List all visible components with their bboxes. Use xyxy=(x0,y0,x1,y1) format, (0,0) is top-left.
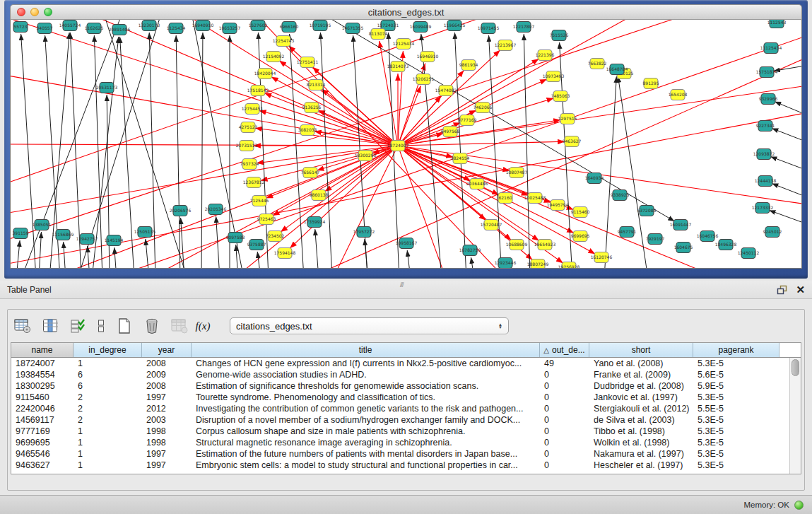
graph-edge[interactable] xyxy=(39,232,41,268)
graph-edge[interactable] xyxy=(320,33,332,268)
table-cell[interactable]: 0 xyxy=(540,437,589,448)
table-cell[interactable]: 9115460 xyxy=(11,392,73,403)
network-graph-svg[interactable]: 5572334055714055724116262520891406132301… xyxy=(11,20,801,268)
table-cell[interactable]: Hescheler et al. (1997) xyxy=(589,460,693,471)
graph-edge[interactable] xyxy=(261,146,398,181)
table-cell[interactable]: 2003 xyxy=(142,414,192,426)
table-cell[interactable]: 5.5E-5 xyxy=(693,403,779,414)
graph-edge[interactable] xyxy=(398,59,539,146)
graph-edge[interactable] xyxy=(290,34,304,268)
table-cell[interactable]: 1 xyxy=(73,426,142,437)
table-cell[interactable]: 1998 xyxy=(142,426,192,437)
graph-edge[interactable] xyxy=(775,102,801,116)
table-cell[interactable]: 22420046 xyxy=(11,403,73,414)
table-cell[interactable]: 5.6E-5 xyxy=(693,369,779,380)
graph-edge[interactable] xyxy=(398,20,644,146)
graph-edge[interactable] xyxy=(407,250,411,268)
column-header-name[interactable]: name xyxy=(11,343,73,357)
table-row[interactable]: 946554611997Estimation of the future num… xyxy=(11,448,789,460)
column-header-title[interactable]: title xyxy=(192,343,540,357)
graph-edge[interactable] xyxy=(281,146,398,232)
table-cell[interactable]: Structural magnetic resonance image aver… xyxy=(192,437,540,448)
table-cell[interactable]: 6 xyxy=(73,380,142,392)
graph-edge[interactable] xyxy=(398,79,547,146)
table-cell[interactable]: 49 xyxy=(540,358,589,369)
table-cell[interactable]: 1 xyxy=(73,358,142,369)
graph-edge[interactable] xyxy=(489,35,502,268)
table-cell[interactable]: Changes of HCN gene expression and I(f) … xyxy=(192,358,540,369)
table-row[interactable]: 2242004622012Investigating the contribut… xyxy=(11,403,789,414)
table-cell[interactable]: Dudbridge et al. (2008) xyxy=(589,380,693,392)
table-cell[interactable]: Nakamura et al. (1997) xyxy=(589,448,693,460)
table-cell[interactable]: 0 xyxy=(540,460,589,471)
row-tools-button[interactable] xyxy=(96,317,106,335)
table-cell[interactable]: Estimation of the future numbers of pati… xyxy=(192,448,540,460)
graph-edge[interactable] xyxy=(94,35,102,268)
table-cell[interactable]: 9463627 xyxy=(11,460,73,471)
table-row[interactable]: 911546021997Tourette syndrome. Phenomeno… xyxy=(11,392,789,403)
table-cell[interactable]: 2 xyxy=(73,403,142,414)
table-row[interactable]: 977716911998Corpus callosum shape and si… xyxy=(11,426,789,437)
table-cell[interactable]: Embryonic stem cells: a model to study s… xyxy=(192,460,540,471)
graph-edge[interactable] xyxy=(770,157,801,171)
table-cell[interactable]: 6 xyxy=(73,369,142,380)
graph-edge[interactable] xyxy=(88,246,90,268)
create-table-button[interactable] xyxy=(115,317,134,335)
table-cell[interactable]: 2 xyxy=(73,392,142,403)
graph-edge[interactable] xyxy=(772,129,801,143)
table-cell[interactable]: 0 xyxy=(540,414,589,426)
table-row[interactable]: 946362711997Embryonic stem cells: a mode… xyxy=(11,460,789,471)
network-window-titlebar[interactable]: citations_edges.txt xyxy=(10,4,802,20)
table-cell[interactable]: 5.3E-5 xyxy=(693,392,779,403)
graph-edge[interactable] xyxy=(398,146,574,210)
table-cell[interactable]: 0 xyxy=(540,392,589,403)
table-cell[interactable]: 2012 xyxy=(142,403,192,414)
table-cell[interactable]: 14569117 xyxy=(11,414,73,426)
table-row[interactable]: 969969511998Structural magnetic resonanc… xyxy=(11,437,789,448)
graph-edge[interactable] xyxy=(64,242,66,268)
table-cell[interactable]: Stergiakouli et al. (2012) xyxy=(589,403,693,414)
column-header-out_de[interactable]: △out_de... xyxy=(540,343,589,357)
graph-edge[interactable] xyxy=(618,76,648,268)
graph-edge[interactable] xyxy=(772,184,801,198)
graph-edge[interactable] xyxy=(398,146,595,254)
table-cell[interactable]: 1997 xyxy=(142,392,192,403)
column-header-short[interactable]: short xyxy=(589,343,693,357)
table-cell[interactable]: 5.3E-5 xyxy=(693,437,779,448)
table-cell[interactable]: 5.3E-5 xyxy=(693,448,779,460)
graph-edge[interactable] xyxy=(16,240,20,268)
graph-edge[interactable] xyxy=(471,257,474,268)
table-cell[interactable]: Jankovic et al. (1997) xyxy=(589,392,693,403)
table-cell[interactable]: Corpus callosum shape and size in male p… xyxy=(192,426,540,437)
table-cell[interactable]: Wolkin et al. (1998) xyxy=(589,437,693,448)
table-cell[interactable]: 18300295 xyxy=(11,380,73,392)
delete-table-button[interactable] xyxy=(143,317,161,335)
graph-edge[interactable] xyxy=(11,20,703,243)
table-cell[interactable]: 5.3E-5 xyxy=(693,460,779,471)
table-cell[interactable]: 1998 xyxy=(142,437,192,448)
table-cell[interactable]: 5.3E-5 xyxy=(693,358,779,369)
table-cell[interactable]: 1 xyxy=(73,448,142,460)
table-cell[interactable]: Disruption of a novel member of a sodium… xyxy=(192,414,540,426)
table-cell[interactable]: 1997 xyxy=(142,448,192,460)
splitter-grip-icon[interactable]: /// xyxy=(400,281,404,288)
table-cell[interactable]: Tibbo et al. (1998) xyxy=(589,426,693,437)
column-header-in_degree[interactable]: in_degree xyxy=(73,343,142,357)
table-cell[interactable]: 0 xyxy=(540,403,589,414)
graph-edge[interactable] xyxy=(176,35,180,268)
table-settings-button[interactable] xyxy=(13,317,32,335)
table-cell[interactable]: 9465546 xyxy=(11,448,73,460)
graph-edge[interactable] xyxy=(604,76,616,268)
table-cell[interactable]: 0 xyxy=(540,369,589,380)
graph-edge[interactable] xyxy=(21,20,124,268)
table-scrollbar[interactable] xyxy=(789,358,801,474)
table-row[interactable]: 1456911722003Disruption of a novel membe… xyxy=(11,414,789,426)
column-header-pagerank[interactable]: pagerank xyxy=(693,343,779,357)
table-cell[interactable]: 0 xyxy=(540,448,589,460)
show-column-button[interactable] xyxy=(41,317,59,335)
graph-edge[interactable] xyxy=(146,239,149,268)
column-header-year[interactable]: year xyxy=(142,343,192,357)
table-cell[interactable]: 2008 xyxy=(142,358,192,369)
table-cell[interactable]: 1 xyxy=(73,460,142,471)
table-cell[interactable]: 9777169 xyxy=(11,426,73,437)
